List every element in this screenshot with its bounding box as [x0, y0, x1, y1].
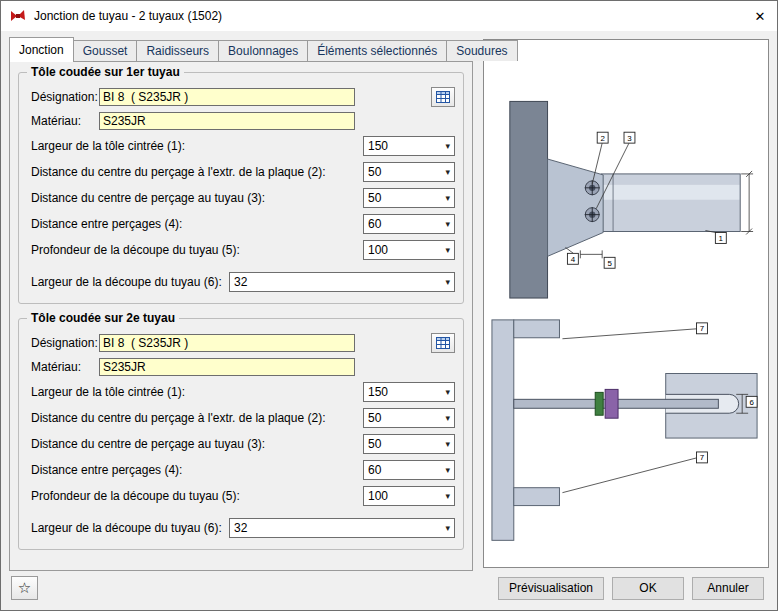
chevron-down-icon: ▾ [445, 524, 451, 533]
catalog-button[interactable] [431, 87, 455, 107]
cut-width-row: Largeur de la découpe du tuyau (6): 32 ▾ [27, 515, 455, 541]
hole-pipe-distance-combo[interactable]: 50 ▾ [363, 188, 455, 208]
groupbox-pipe2-legend: Tôle coudée sur 2e tuyau [27, 311, 179, 325]
callout-7-bottom: 7 [697, 452, 708, 463]
chevron-down-icon: ▾ [445, 492, 451, 501]
chevron-down-icon: ▾ [445, 168, 451, 177]
titlebar[interactable]: Jonction de tuyau - 2 tuyaux (1502) ✕ [1, 1, 777, 31]
tab-strip: Jonction Gousset Raidisseurs Boulonnages… [9, 37, 473, 61]
washer-shape [595, 392, 603, 415]
tab-boulonnages[interactable]: Boulonnages [218, 40, 308, 61]
tab-page-jonction: Tôle coudée sur 1er tuyau Désignation: [9, 61, 473, 571]
catalog-grid-icon [436, 91, 450, 103]
beam-bottom-flange-shape [514, 488, 560, 506]
tab-soudures[interactable]: Soudures [446, 40, 517, 61]
cancel-button[interactable]: Annuler [692, 577, 764, 600]
component-icon [10, 8, 26, 24]
plate-width-combo[interactable]: 150 ▾ [363, 136, 455, 156]
designation-input[interactable] [99, 88, 355, 106]
param-row: Profondeur de la découpe du tuyau (5): 1… [27, 483, 455, 509]
groupbox-pipe2: Tôle coudée sur 2e tuyau Désignation: [18, 318, 464, 550]
chevron-down-icon: ▾ [445, 278, 451, 287]
plate-width-combo[interactable]: 150 ▾ [363, 382, 455, 402]
param-label: Distance entre perçages (4): [27, 217, 363, 231]
cut-depth-combo[interactable]: 100 ▾ [363, 240, 455, 260]
param-label: Distance du centre du perçage à l'extr. … [27, 165, 363, 179]
cut-width-combo[interactable]: 32 ▾ [229, 272, 455, 292]
param-label: Profondeur de la découpe du tuyau (5): [27, 489, 363, 503]
svg-text:3: 3 [627, 134, 632, 143]
cut-width-combo[interactable]: 32 ▾ [229, 518, 455, 538]
callout-2: 2 [597, 132, 608, 143]
top-view: 2 3 1 4 5 [510, 101, 753, 298]
svg-text:1: 1 [719, 234, 724, 243]
footer-bar: ☆ Prévisualisation OK Annuler [1, 570, 777, 610]
designation-label: Désignation: [27, 336, 99, 350]
form-pane: Jonction Gousset Raidisseurs Boulonnages… [9, 37, 473, 568]
callout-7-top: 7 [697, 323, 708, 334]
nut-shape [605, 389, 618, 418]
hole-edge-distance-combo[interactable]: 50 ▾ [363, 408, 455, 428]
material-input[interactable] [99, 112, 355, 130]
designation-row: Désignation: [27, 331, 455, 355]
chevron-down-icon: ▾ [445, 440, 451, 449]
cut-width-label: Largeur de la découpe du tuyau (6): [27, 275, 229, 289]
close-button[interactable]: ✕ [743, 1, 777, 31]
chevron-down-icon: ▾ [445, 466, 451, 475]
pipe1-shape [601, 174, 740, 232]
hole-pipe-distance-combo[interactable]: 50 ▾ [363, 434, 455, 454]
hole-spacing-combo[interactable]: 60 ▾ [363, 460, 455, 480]
svg-text:7: 7 [700, 324, 705, 333]
cut-depth-combo[interactable]: 100 ▾ [363, 486, 455, 506]
param-label: Largeur de la tôle cintrée (1): [27, 385, 363, 399]
cut-width-row: Largeur de la découpe du tuyau (6): 32 ▾ [27, 269, 455, 295]
bolt-icon [585, 207, 600, 222]
callout-3: 3 [624, 132, 635, 143]
tab-raidisseurs[interactable]: Raidisseurs [136, 40, 219, 61]
tab-elements-selectionnes[interactable]: Éléments sélectionnés [307, 40, 447, 61]
designation-input[interactable] [99, 334, 355, 352]
window-title: Jonction de tuyau - 2 tuyaux (1502) [34, 9, 222, 23]
svg-text:6: 6 [749, 398, 754, 407]
hole-spacing-combo[interactable]: 60 ▾ [363, 214, 455, 234]
svg-text:5: 5 [607, 259, 612, 268]
param-label: Distance du centre de perçage au tuyau (… [27, 437, 363, 451]
dialog-window: Jonction de tuyau - 2 tuyaux (1502) ✕ Jo… [0, 0, 778, 611]
tab-gousset[interactable]: Gousset [73, 40, 138, 61]
material-label: Matériau: [27, 114, 99, 128]
callout-4: 4 [567, 253, 578, 264]
dialog-body: Jonction Gousset Raidisseurs Boulonnages… [1, 31, 777, 570]
favorites-button[interactable]: ☆ [11, 576, 38, 600]
column-shape [510, 101, 548, 298]
groupbox-pipe1-legend: Tôle coudée sur 1er tuyau [27, 65, 184, 79]
hole-edge-distance-combo[interactable]: 50 ▾ [363, 162, 455, 182]
chevron-down-icon: ▾ [445, 388, 451, 397]
material-input[interactable] [99, 358, 355, 376]
groupbox-pipe1: Tôle coudée sur 1er tuyau Désignation: [18, 72, 464, 304]
param-label: Profondeur de la découpe du tuyau (5): [27, 243, 363, 257]
chevron-down-icon: ▾ [445, 142, 451, 151]
cut-width-label: Largeur de la découpe du tuyau (6): [27, 521, 229, 535]
catalog-button[interactable] [431, 333, 455, 353]
preview-pane: 2 3 1 4 5 [483, 39, 769, 568]
tab-jonction[interactable]: Jonction [9, 37, 74, 62]
param-row: Profondeur de la découpe du tuyau (5): 1… [27, 237, 455, 263]
designation-label: Désignation: [27, 90, 99, 104]
side-view: 7 7 6 [492, 320, 757, 540]
chevron-down-icon: ▾ [445, 220, 451, 229]
material-row: Matériau: [27, 109, 455, 133]
param-label: Distance du centre de perçage au tuyau (… [27, 191, 363, 205]
beam-web-shape [492, 320, 514, 540]
param-row: Distance du centre du perçage à l'extr. … [27, 159, 455, 185]
param-label: Distance du centre du perçage à l'extr. … [27, 411, 363, 425]
chevron-down-icon: ▾ [445, 246, 451, 255]
param-row: Distance du centre de perçage au tuyau (… [27, 185, 455, 211]
beam-top-flange-shape [514, 320, 560, 338]
ok-button[interactable]: OK [612, 577, 684, 600]
param-row: Largeur de la tôle cintrée (1): 150 ▾ [27, 379, 455, 405]
svg-text:2: 2 [600, 134, 605, 143]
preview-button[interactable]: Prévisualisation [498, 577, 604, 600]
param-label: Largeur de la tôle cintrée (1): [27, 139, 363, 153]
param-label: Distance entre perçages (4): [27, 463, 363, 477]
svg-text:7: 7 [700, 453, 705, 462]
